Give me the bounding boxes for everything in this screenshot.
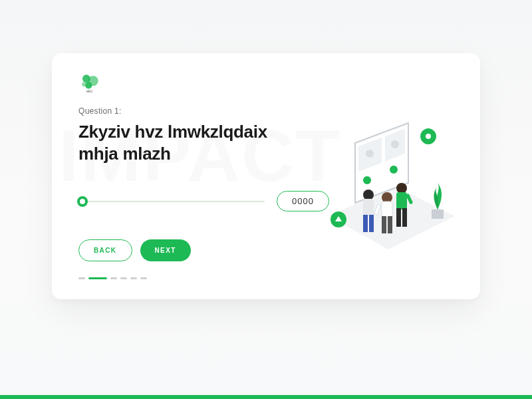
svg-point-3 <box>82 82 86 86</box>
svg-rect-26 <box>382 201 392 217</box>
svg-point-16 <box>363 190 374 200</box>
svg-rect-23 <box>402 208 407 227</box>
slider-thumb[interactable] <box>77 196 88 207</box>
slider-track <box>78 201 265 202</box>
svg-point-7 <box>366 150 374 158</box>
svg-rect-21 <box>396 192 407 209</box>
back-button[interactable]: BACK <box>78 239 132 261</box>
progress-seg <box>78 277 85 279</box>
plant-icon <box>432 183 444 219</box>
progress-seg <box>130 277 137 279</box>
question-label: Question 1: <box>78 106 454 116</box>
progress-seg <box>140 277 147 279</box>
svg-rect-28 <box>388 216 392 233</box>
value-slider[interactable] <box>78 197 265 206</box>
question-title: Zkyziv hvz lmwkzlqdaix mhja mlazh <box>78 121 291 164</box>
svg-point-11 <box>390 166 398 174</box>
people-illustration <box>309 116 462 263</box>
svg-rect-15 <box>432 209 444 219</box>
svg-rect-18 <box>363 215 368 232</box>
svg-rect-17 <box>363 199 374 216</box>
svg-rect-22 <box>396 208 401 227</box>
question-title-line1: Zkyziv hvz lmwkzlqdaix <box>78 122 267 142</box>
brand-logo: ekU <box>78 72 101 94</box>
svg-point-9 <box>391 140 399 148</box>
progress-seg <box>110 277 117 279</box>
location-pin-icon <box>331 211 346 227</box>
progress-indicator <box>78 277 454 279</box>
svg-rect-19 <box>369 215 374 232</box>
svg-point-2 <box>85 82 92 88</box>
svg-point-12 <box>426 134 431 139</box>
progress-seg <box>120 277 127 279</box>
svg-rect-27 <box>382 216 386 233</box>
question-title-line2: mhja mlazh <box>78 144 171 164</box>
progress-seg-active <box>88 277 107 279</box>
question-card: IMPACT ekU Question 1: Zkyziv hvz lmwkzl… <box>52 53 480 299</box>
svg-point-10 <box>363 176 371 184</box>
location-pin-icon <box>420 128 436 144</box>
next-button[interactable]: NEXT <box>140 239 191 261</box>
footer-accent-bar <box>0 395 532 399</box>
svg-point-20 <box>396 183 407 194</box>
brand-name-text: ekU <box>86 89 92 93</box>
